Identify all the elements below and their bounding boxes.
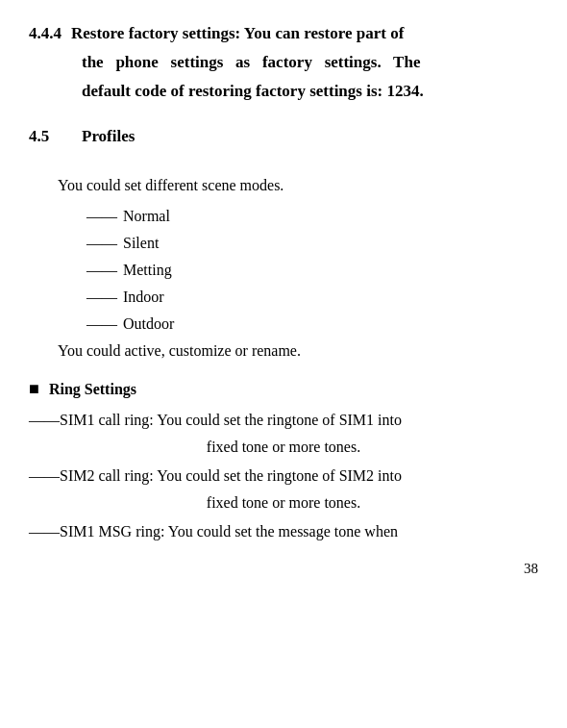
section-444-num: 4.4.4 [29,24,62,42]
section-45-num: 4.5 [29,122,82,151]
list-item-indoor: Indoor [29,284,538,311]
list-item-silent: Silent [29,230,538,257]
ring-item-sim2-call: —— SIM2 call ring: You could set the rin… [29,463,538,516]
page-number: 38 [29,561,538,577]
ring-item-sim1-call: —— SIM1 call ring: You could set the rin… [29,407,538,461]
section-444: 4.4.4Restore factory settings: You can r… [29,19,538,105]
ring-item-sim1-msg: —— SIM1 MSG ring: You could set the mess… [29,518,538,545]
ring-line-sim2-call-1: —— SIM2 call ring: You could set the rin… [29,463,538,490]
list-item-outdoor: Outdoor [29,311,538,338]
ring-line-sim1-msg-1: —— SIM1 MSG ring: You could set the mess… [29,518,538,545]
section-45-heading: 4.5 Profiles [29,122,538,151]
list-item-normal: Normal [29,203,538,230]
ring-settings-section: ■ Ring Settings —— SIM1 call ring: You c… [29,374,538,545]
section-444-line2: the phone settings as factory settings. … [29,48,538,77]
ring-line-sim1-call-2: fixed tone or more tones. [29,434,538,461]
ring-line-sim2-call-2: fixed tone or more tones. [29,490,538,516]
profiles-intro: You could set different scene modes. [29,172,538,199]
ring-line-sim1-call-1: —— SIM1 call ring: You could set the rin… [29,407,538,434]
ring-settings-heading: ■ Ring Settings [29,374,538,405]
section-45-title: Profiles [82,122,135,151]
section-444-line3: default code of restoring factory settin… [29,77,538,106]
ring-bullet-icon: ■ [29,374,39,405]
section-45: 4.5 Profiles [29,122,538,151]
list-item-metting: Metting [29,257,538,284]
profiles-outro: You could active, customize or rename. [29,338,538,364]
section-444-heading: 4.4.4Restore factory settings: You can r… [29,19,538,48]
